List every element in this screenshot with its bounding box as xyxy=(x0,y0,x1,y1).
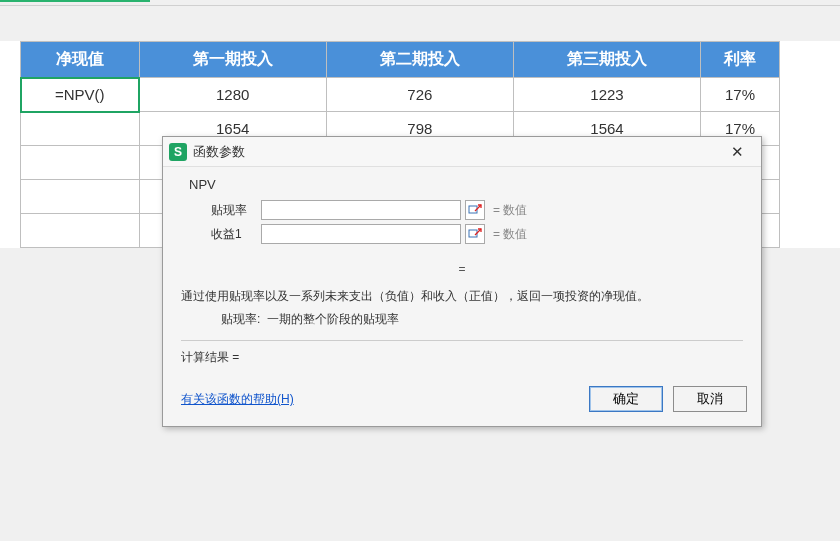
cell[interactable] xyxy=(21,146,140,180)
range-picker-icon xyxy=(468,203,482,217)
window-top-strip xyxy=(0,0,840,6)
cell[interactable] xyxy=(21,214,140,248)
dialog-body: NPV 贴现率 = 数值 收益1 = 数值 = 通过使用贴现率以及一系列未来支出… xyxy=(163,167,761,384)
app-logo-icon: S xyxy=(169,143,187,161)
col-header-p2[interactable]: 第二期投入 xyxy=(326,42,513,78)
cell[interactable]: 726 xyxy=(326,78,513,112)
cell[interactable] xyxy=(21,180,140,214)
param-evald: = 数值 xyxy=(493,226,527,243)
cell[interactable]: 17% xyxy=(701,78,780,112)
param-description: 贴现率: 一期的整个阶段的贴现率 xyxy=(221,311,743,328)
active-cell[interactable]: =NPV() xyxy=(21,78,140,112)
range-picker-button[interactable] xyxy=(465,224,485,244)
col-header-p1[interactable]: 第一期投入 xyxy=(139,42,326,78)
param-label-value1: 收益1 xyxy=(211,226,261,243)
function-arguments-dialog: S 函数参数 ✕ NPV 贴现率 = 数值 收益1 = 数值 xyxy=(162,136,762,427)
dialog-title: 函数参数 xyxy=(193,143,719,161)
help-link[interactable]: 有关该函数的帮助(H) xyxy=(181,391,294,408)
param-input-rate[interactable] xyxy=(261,200,461,220)
ok-button[interactable]: 确定 xyxy=(589,386,663,412)
param-input-value1[interactable] xyxy=(261,224,461,244)
param-row-rate: 贴现率 = 数值 xyxy=(211,200,743,220)
function-name: NPV xyxy=(189,177,743,192)
close-icon: ✕ xyxy=(731,143,744,161)
cell[interactable] xyxy=(21,112,140,146)
close-button[interactable]: ✕ xyxy=(719,140,755,164)
function-description: 通过使用贴现率以及一系列未来支出（负值）和收入（正值），返回一项投资的净现值。 xyxy=(181,288,743,305)
col-header-npv[interactable]: 净现值 xyxy=(21,42,140,78)
cell[interactable]: 1280 xyxy=(139,78,326,112)
range-picker-button[interactable] xyxy=(465,200,485,220)
formula-preview: = xyxy=(181,262,743,276)
dialog-footer: 有关该函数的帮助(H) 确定 取消 xyxy=(163,384,761,426)
range-picker-icon xyxy=(468,227,482,241)
cell[interactable]: 1223 xyxy=(513,78,700,112)
divider xyxy=(181,340,743,341)
result-label: 计算结果 = xyxy=(181,349,743,366)
table-row: =NPV() 1280 726 1223 17% xyxy=(21,78,780,112)
col-header-rate[interactable]: 利率 xyxy=(701,42,780,78)
param-row-value1: 收益1 = 数值 xyxy=(211,224,743,244)
param-label-rate: 贴现率 xyxy=(211,202,261,219)
col-header-p3[interactable]: 第三期投入 xyxy=(513,42,700,78)
param-evald: = 数值 xyxy=(493,202,527,219)
cancel-button[interactable]: 取消 xyxy=(673,386,747,412)
dialog-titlebar[interactable]: S 函数参数 ✕ xyxy=(163,137,761,167)
